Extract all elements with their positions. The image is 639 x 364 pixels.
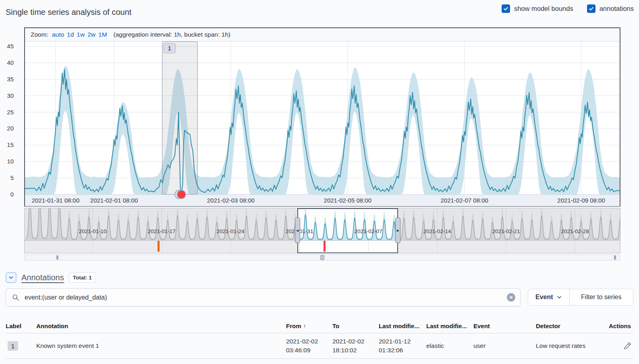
brush-handle-left-icon[interactable]: ◀ <box>295 217 300 243</box>
detector-cell: Low request rates <box>536 342 596 350</box>
chart-toggles: show model bounds annotations <box>502 4 634 13</box>
x-axis: 2021-01-31 08:002021-02-01 08:002021-02-… <box>25 194 620 206</box>
column-header-label[interactable]: Label <box>6 323 36 329</box>
zoom-1w-link[interactable]: 1w <box>77 31 85 38</box>
zoom-1M-link[interactable]: 1M <box>98 31 107 38</box>
swimlane-gridline <box>162 241 162 253</box>
from-cell: 2021-02-0203:46:09 <box>286 337 332 355</box>
edit-pencil-icon[interactable] <box>624 342 631 350</box>
brush-selection[interactable]: ◀ ▶ <box>297 208 398 253</box>
focus-chart-svg[interactable]: 1 <box>25 41 620 194</box>
column-header-detector[interactable]: Detector <box>536 323 596 329</box>
sort-asc-icon: ↑ <box>303 323 306 329</box>
scrollbar-mark-left[interactable] <box>56 255 58 260</box>
y-axis: 051015202530354045 <box>0 41 19 195</box>
checkbox-checked-icon[interactable] <box>587 4 595 13</box>
column-header-last-modified-date[interactable]: Last modifie... <box>379 323 426 329</box>
caret-down-icon <box>556 294 562 300</box>
timeline-scrollbar[interactable] <box>24 254 620 261</box>
y-axis-tick-label: 45 <box>7 43 14 50</box>
clear-search-icon[interactable] <box>507 293 515 302</box>
checkbox-label: annotations <box>600 5 634 12</box>
brush-handle-right-icon[interactable]: ▶ <box>395 217 400 243</box>
y-axis-tick-label: 0 <box>10 191 14 198</box>
context-chart[interactable]: 2021-01-102021-01-172021-01-242021-01-31… <box>24 208 620 253</box>
x-axis-tick-label: 2021-02-05 08:00 <box>324 197 371 204</box>
collapse-annotations-button[interactable] <box>6 272 17 283</box>
column-header-from[interactable]: From↑ <box>286 323 332 329</box>
swimlane-gridline <box>93 241 93 253</box>
annotation-flag[interactable]: 1 <box>164 43 176 53</box>
annotations-table: Label Annotation From↑ To Last modifie..… <box>6 319 633 359</box>
table-header-row: Label Annotation From↑ To Last modifie..… <box>6 319 633 333</box>
annotations-filter-buttons: Event Filter to series <box>528 289 633 306</box>
anomaly-marker[interactable] <box>177 190 186 199</box>
event-cell: user <box>473 342 536 350</box>
annotations-header: Annotations Total: 1 <box>6 272 96 283</box>
svg-text:1: 1 <box>168 45 171 52</box>
swimlane-gridline <box>506 241 506 253</box>
y-axis-tick-label: 30 <box>7 92 14 99</box>
annotation-marker[interactable] <box>158 241 160 252</box>
checkbox-checked-icon[interactable] <box>502 4 510 13</box>
search-icon <box>12 294 19 301</box>
annotations-search[interactable] <box>6 288 521 306</box>
column-header-annotation[interactable]: Annotation <box>36 323 286 329</box>
column-header-event[interactable]: Event <box>473 323 536 329</box>
annotation-label-cell: 1 <box>6 341 36 351</box>
zoom-2w-link[interactable]: 2w <box>87 31 95 38</box>
filter-to-series-button[interactable]: Filter to series <box>570 289 633 305</box>
y-axis-tick-label: 40 <box>7 59 14 66</box>
y-axis-tick-label: 35 <box>7 76 14 83</box>
checkbox-label: show model bounds <box>514 5 573 12</box>
last-modified-date-cell: 2021-01-1201:32:06 <box>379 337 426 355</box>
scrollbar-thumb[interactable] <box>320 255 324 260</box>
annotation-label-badge: 1 <box>8 341 18 351</box>
x-axis-tick-label: 2021-02-03 08:00 <box>207 197 255 204</box>
event-filter-label: Event <box>535 294 553 301</box>
y-axis-tick-label: 25 <box>7 109 14 116</box>
y-axis-tick-label: 10 <box>7 158 14 165</box>
table-row: 1 Known system event 1 2021-02-0203:46:0… <box>6 333 633 359</box>
zoom-1d-link[interactable]: 1d <box>67 31 74 38</box>
search-input[interactable] <box>25 294 507 301</box>
to-cell: 2021-02-0218:10:02 <box>332 337 379 355</box>
total-badge: Total: 1 <box>69 273 96 283</box>
event-filter-button[interactable]: Event <box>528 289 570 305</box>
page-title: Single time series analysis of count <box>6 8 131 17</box>
scrollbar-mark-right[interactable] <box>614 255 616 260</box>
column-header-actions: Actions <box>596 323 633 329</box>
aggregation-note: (aggregation interval: 1h, bucket span: … <box>114 31 230 38</box>
last-modified-by-cell: elastic <box>426 342 473 350</box>
x-axis-tick-label: 2021-02-01 08:00 <box>90 197 138 204</box>
annotations-checkbox[interactable]: annotations <box>587 4 634 13</box>
x-axis-tick-label: 2021-02-09 08:00 <box>557 197 605 204</box>
zoom-auto-link[interactable]: auto <box>52 31 64 38</box>
chevron-down-icon <box>8 275 14 281</box>
y-axis-tick-label: 5 <box>10 174 14 181</box>
y-axis-tick-label: 15 <box>7 141 14 148</box>
timeseries-chart-panel: Zoom:auto1d1w2w1M(aggregation interval: … <box>24 27 620 207</box>
zoom-controls: Zoom:auto1d1w2w1M(aggregation interval: … <box>25 28 620 41</box>
y-axis-tick-label: 20 <box>7 125 14 132</box>
show-model-bounds-checkbox[interactable]: show model bounds <box>502 4 573 13</box>
swimlane-gridline <box>575 241 575 253</box>
swimlane-gridline <box>437 241 438 253</box>
zoom-label: Zoom: <box>31 31 48 38</box>
x-axis-tick-label: 2021-01-31 08:00 <box>32 197 79 204</box>
swimlane-gridline <box>230 241 231 253</box>
x-axis-tick-label: 2021-02-07 08:00 <box>440 197 488 204</box>
annotations-heading-link[interactable]: Annotations <box>21 273 64 282</box>
column-header-last-modified-by[interactable]: Last modifie... <box>426 323 473 329</box>
focus-chart[interactable]: 1 <box>25 41 620 194</box>
actions-cell <box>596 342 633 350</box>
annotation-text-cell: Known system event 1 <box>36 342 286 350</box>
column-header-to[interactable]: To <box>332 323 379 329</box>
filter-to-series-label: Filter to series <box>581 294 621 301</box>
